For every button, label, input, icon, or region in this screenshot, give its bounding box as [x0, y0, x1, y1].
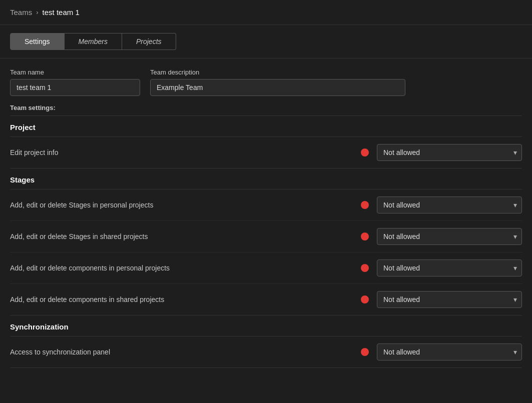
section-project: Project Edit project info Not allowed al… [10, 116, 522, 168]
section-synchronization: Synchronization Access to synchronizatio… [10, 316, 522, 368]
permission-row-components-shared: Add, edit or delete components in shared… [10, 284, 522, 315]
permission-select-components-shared[interactable]: Not allowed allowed [377, 291, 522, 308]
breadcrumb-current-team: test team 1 [43, 8, 80, 16]
tab-settings[interactable]: Settings [10, 33, 65, 50]
permission-label-components-personal: Add, edit or delete components in person… [10, 264, 353, 272]
select-wrapper-components-shared: Not allowed allowed [377, 291, 522, 308]
permission-row-stages-personal: Add, edit or delete Stages in personal p… [10, 190, 522, 221]
permission-select-components-personal[interactable]: Not allowed allowed [377, 260, 522, 276]
team-name-input[interactable] [10, 79, 140, 96]
settings-content: Team name Team description Team settings… [0, 58, 532, 378]
status-dot-sync-panel [361, 348, 369, 356]
team-desc-label: Team description [150, 68, 405, 76]
team-desc-input[interactable] [150, 79, 405, 96]
team-form: Team name Team description [10, 68, 522, 96]
tab-members[interactable]: Members [65, 33, 122, 50]
section-project-title: Project [10, 123, 36, 132]
select-wrapper-stages-personal: Not allowed allowed [377, 196, 522, 214]
team-name-group: Team name [10, 68, 140, 96]
permission-row-edit-project: Edit project info Not allowed allowed [10, 137, 522, 168]
team-desc-group: Team description [150, 68, 405, 96]
permission-select-stages-personal[interactable]: Not allowed allowed [377, 196, 522, 214]
permission-label-edit-project: Edit project info [10, 148, 353, 156]
status-dot-stages-shared [361, 232, 369, 240]
select-wrapper-components-personal: Not allowed allowed [377, 260, 522, 276]
section-project-header: Project [10, 116, 522, 137]
team-name-label: Team name [10, 68, 140, 76]
tab-bar: Settings Members Projects [0, 25, 532, 58]
permission-label-stages-personal: Add, edit or delete Stages in personal p… [10, 201, 353, 209]
breadcrumb-teams-link[interactable]: Teams [10, 8, 32, 16]
status-dot-edit-project [361, 148, 369, 156]
status-dot-components-shared [361, 296, 369, 304]
section-stages-header: Stages [10, 168, 522, 190]
select-wrapper-edit-project: Not allowed allowed [377, 144, 522, 161]
select-wrapper-sync-panel: Not allowed allowed [377, 344, 522, 360]
permission-label-sync-panel: Access to synchronization panel [10, 348, 353, 356]
permission-row-components-personal: Add, edit or delete components in person… [10, 252, 522, 284]
select-wrapper-stages-shared: Not allowed allowed [377, 228, 522, 245]
team-settings-label: Team settings: [10, 104, 522, 116]
permission-label-components-shared: Add, edit or delete components in shared… [10, 296, 353, 304]
permission-row-stages-shared: Add, edit or delete Stages in shared pro… [10, 221, 522, 252]
status-dot-stages-personal [361, 201, 369, 209]
section-stages-title: Stages [10, 176, 35, 184]
permission-select-edit-project[interactable]: Not allowed allowed [377, 144, 522, 161]
permission-row-sync-panel: Access to synchronization panel Not allo… [10, 336, 522, 368]
permission-select-sync-panel[interactable]: Not allowed allowed [377, 344, 522, 360]
tab-projects[interactable]: Projects [122, 33, 176, 50]
breadcrumb: Teams › test team 1 [0, 0, 532, 25]
permission-label-stages-shared: Add, edit or delete Stages in shared pro… [10, 232, 353, 240]
section-synchronization-title: Synchronization [10, 322, 69, 331]
section-stages: Stages Add, edit or delete Stages in per… [10, 168, 522, 316]
breadcrumb-chevron-icon: › [36, 8, 38, 16]
status-dot-components-personal [361, 264, 369, 272]
section-synchronization-header: Synchronization [10, 316, 522, 336]
permission-select-stages-shared[interactable]: Not allowed allowed [377, 228, 522, 245]
